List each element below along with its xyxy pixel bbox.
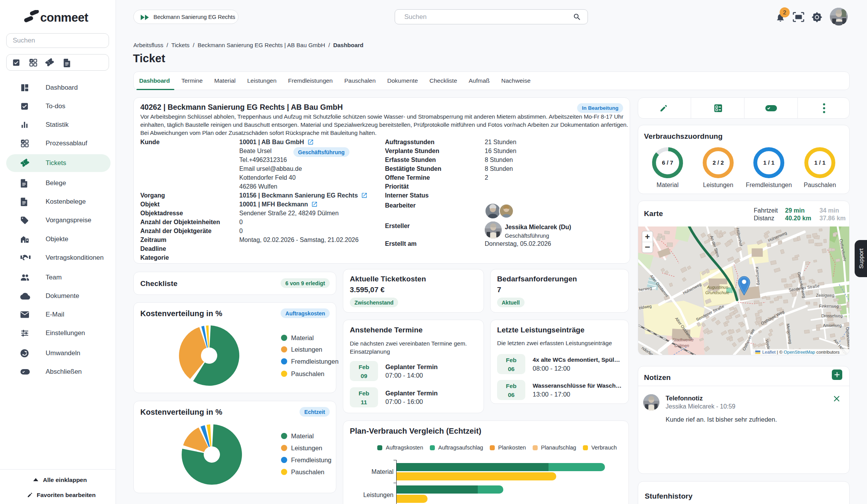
svg-text:Amselweg: Amselweg [823,323,842,328]
svg-text:2 / 2: 2 / 2 [712,159,724,166]
svg-text:1 / 1: 1 / 1 [763,159,774,166]
svg-text:Drosselweg: Drosselweg [821,313,843,318]
svg-text:1 / 1: 1 / 1 [814,159,825,166]
svg-text:Leaflet | © OpenStreetMap cont: Leaflet | © OpenStreetMap contributors [762,350,840,354]
svg-text:Finkenweg: Finkenweg [819,304,839,308]
svg-text:Dülmen: Dülmen [675,343,689,348]
svg-text:Augustinus-: Augustinus- [707,285,729,289]
svg-text:conmeet: conmeet [40,11,88,24]
svg-text:Grundschule: Grundschule [705,290,729,295]
svg-text:Zeisigweg: Zeisigweg [816,293,834,298]
svg-text:6 / 7: 6 / 7 [662,159,673,166]
svg-text:−: − [645,242,650,252]
svg-text:+: + [645,232,650,242]
svg-text:Stadtwerke: Stadtwerke [672,337,693,342]
